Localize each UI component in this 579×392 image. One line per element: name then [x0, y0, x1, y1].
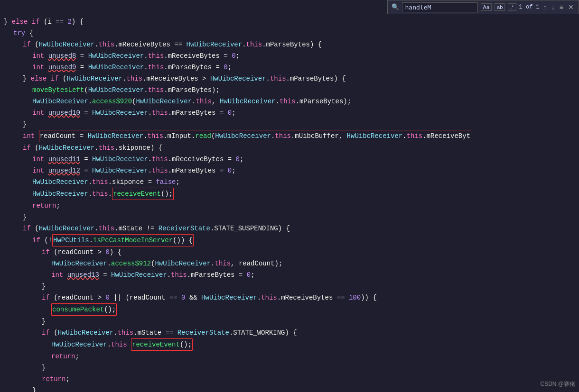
search-close-button[interactable]: ✕	[567, 3, 575, 11]
code-line: }	[0, 281, 579, 292]
code-line: int unused9 = HwUibcReceiver.this.mParse…	[0, 62, 579, 73]
code-line: moveBytesLeft(HwUibcReceiver.this.mParse…	[0, 84, 579, 96]
code-line: return;	[0, 374, 579, 385]
code-line: HwUibcReceiver.this.skiponce = false;	[0, 176, 579, 188]
code-line: int unused11 = HwUibcReceiver.this.mRece…	[0, 154, 579, 165]
search-icon: 🔍	[392, 3, 399, 11]
code-line: }	[0, 316, 579, 327]
code-line: }	[0, 211, 579, 223]
code-line: return;	[0, 200, 579, 211]
code-line: if (!HwPCUtils.isPcCastModeInServer()) {	[0, 234, 579, 246]
code-line: }	[0, 119, 579, 130]
code-line: }	[0, 362, 579, 374]
code-line: int unused12 = HwUibcReceiver.this.mPars…	[0, 165, 579, 176]
search-bar: 🔍 Aa ab .* 1 of 1 ↑ ↓ ≡ ✕	[387, 0, 579, 14]
code-line: } else if (HwUibcReceiver.this.mReceiveB…	[0, 73, 579, 84]
code-line: if (HwUibcReceiver.this.mReceiveBytes ==…	[0, 39, 579, 50]
code-line: try {	[0, 27, 579, 39]
code-line: int unused13 = HwUibcReceiver.this.mPars…	[0, 269, 579, 281]
code-line: } else if (i == 2) {	[0, 16, 579, 27]
code-line: }	[0, 385, 579, 392]
code-line: HwUibcReceiver.access$912(HwUibcReceiver…	[0, 258, 579, 269]
code-line: if (readCount > 0 || (readCount == 0 && …	[0, 292, 579, 303]
search-next-button[interactable]: ↓	[551, 3, 556, 11]
code-line: consumePacket();	[0, 303, 579, 316]
code-line: int unused8 = HwUibcReceiver.this.mRecei…	[0, 50, 579, 62]
regex-button[interactable]: .*	[508, 3, 516, 11]
search-input[interactable]	[402, 2, 478, 12]
code-line: int readCount = HwUibcReceiver.this.mInp…	[0, 130, 579, 142]
match-word-button[interactable]: ab	[495, 3, 505, 11]
code-line: HwUibcReceiver.this.receiveEvent();	[0, 188, 579, 200]
code-line: if (readCount > 0) {	[0, 246, 579, 258]
code-line: if (HwUibcReceiver.this.mState != Receiv…	[0, 223, 579, 234]
code-line: int unused10 = HwUibcReceiver.this.mPars…	[0, 107, 579, 119]
code-editor: } else if (i == 2) { try { if (HwUibcRec…	[0, 0, 579, 392]
code-line: return;	[0, 351, 579, 362]
code-line: if (HwUibcReceiver.this.mState == Receiv…	[0, 327, 579, 338]
watermark: CSDN @赛佬	[540, 380, 575, 388]
search-match-count: 1 of 1	[519, 4, 540, 10]
code-line: HwUibcReceiver.access$920(HwUibcReceiver…	[0, 96, 579, 107]
search-menu-button[interactable]: ≡	[559, 3, 564, 11]
match-case-button[interactable]: Aa	[481, 3, 492, 11]
search-prev-button[interactable]: ↑	[542, 3, 548, 11]
code-line: if (HwUibcReceiver.this.skiponce) {	[0, 142, 579, 154]
code-line: HwUibcReceiver.this receiveEvent();	[0, 338, 579, 351]
